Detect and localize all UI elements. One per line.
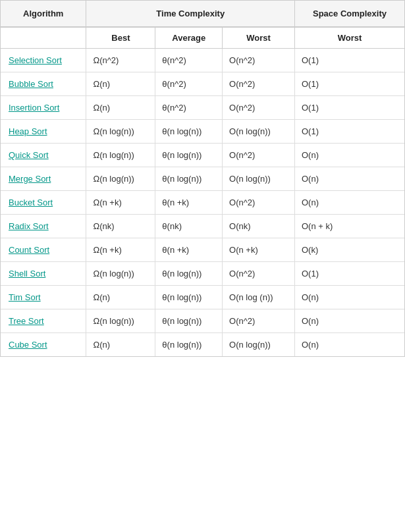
table-body: Selection SortΩ(n^2)θ(n^2)O(n^2)O(1)Bubb… — [1, 49, 404, 357]
algorithm-link[interactable]: Insertion Sort — [9, 103, 59, 113]
worst-complexity: O(n log(n)) — [223, 120, 295, 144]
algorithm-link[interactable]: Selection Sort — [9, 55, 62, 65]
best-header: Best — [86, 27, 155, 49]
sub-header-row: Best Average Worst Worst — [1, 27, 404, 49]
space-worst-complexity: O(n + k) — [294, 215, 404, 238]
table-row: Merge SortΩ(n log(n))θ(n log(n))O(n log(… — [1, 167, 404, 191]
main-container: Algorithm Time Complexity Space Complexi… — [0, 0, 405, 357]
algorithm-link[interactable]: Cube Sort — [9, 340, 47, 350]
worst-complexity: O(n log(n)) — [223, 167, 295, 191]
worst-complexity: O(n^2) — [223, 144, 295, 167]
algorithm-name: Tree Sort — [1, 309, 86, 333]
algorithm-link[interactable]: Tim Sort — [9, 292, 41, 302]
average-complexity: θ(n log(n)) — [155, 120, 223, 144]
table-row: Bucket SortΩ(n +k)θ(n +k)O(n^2)O(n) — [1, 191, 404, 215]
algorithm-name: Quick Sort — [1, 144, 86, 167]
best-complexity: Ω(n log(n)) — [86, 167, 155, 191]
best-complexity: Ω(n +k) — [86, 238, 155, 262]
algorithm-link[interactable]: Shell Sort — [9, 269, 45, 279]
best-complexity: Ω(n^2) — [86, 49, 155, 72]
best-complexity: Ω(n) — [86, 286, 155, 309]
algorithm-name: Merge Sort — [1, 167, 86, 191]
algorithm-name: Bubble Sort — [1, 72, 86, 96]
space-worst-complexity: O(n) — [294, 191, 404, 215]
algorithm-name: Count Sort — [1, 238, 86, 262]
best-complexity: Ω(nk) — [86, 215, 155, 238]
best-complexity: Ω(n log(n)) — [86, 144, 155, 167]
table-row: Heap SortΩ(n log(n))θ(n log(n))O(n log(n… — [1, 120, 404, 144]
worst-complexity: O(n log(n)) — [223, 333, 295, 357]
average-complexity: θ(n log(n)) — [155, 286, 223, 309]
average-header: Average — [155, 27, 223, 49]
best-complexity: Ω(n log(n)) — [86, 262, 155, 286]
worst-complexity: O(n^2) — [223, 72, 295, 96]
header-row: Algorithm Time Complexity Space Complexi… — [1, 1, 404, 27]
table-row: Bubble SortΩ(n)θ(n^2)O(n^2)O(1) — [1, 72, 404, 96]
worst-header: Worst — [223, 27, 295, 49]
space-complexity-header: Space Complexity — [294, 1, 404, 27]
space-worst-complexity: O(n) — [294, 144, 404, 167]
algorithm-name: Bucket Sort — [1, 191, 86, 215]
algorithm-link[interactable]: Radix Sort — [9, 221, 49, 231]
space-worst-complexity: O(n) — [294, 167, 404, 191]
time-complexity-header: Time Complexity — [86, 1, 295, 27]
table-row: Shell SortΩ(n log(n))θ(n log(n))O(n^2)O(… — [1, 262, 404, 286]
worst-complexity: O(n log (n)) — [223, 286, 295, 309]
algorithm-link[interactable]: Quick Sort — [9, 150, 49, 160]
worst-complexity: O(n^2) — [223, 309, 295, 333]
space-worst-complexity: O(1) — [294, 120, 404, 144]
algorithm-link[interactable]: Merge Sort — [9, 174, 51, 184]
table-row: Tim SortΩ(n)θ(n log(n))O(n log (n))O(n) — [1, 286, 404, 309]
worst-complexity: O(n^2) — [223, 49, 295, 72]
table-row: Tree SortΩ(n log(n))θ(n log(n))O(n^2)O(n… — [1, 309, 404, 333]
algorithm-link[interactable]: Tree Sort — [9, 316, 44, 326]
algorithm-name: Tim Sort — [1, 286, 86, 309]
table-row: Quick SortΩ(n log(n))θ(n log(n))O(n^2)O(… — [1, 144, 404, 167]
space-worst-complexity: O(1) — [294, 262, 404, 286]
algorithm-link[interactable]: Heap Sort — [9, 126, 47, 136]
best-complexity: Ω(n) — [86, 333, 155, 357]
space-worst-complexity: O(1) — [294, 96, 404, 120]
average-complexity: θ(n^2) — [155, 49, 223, 72]
average-complexity: θ(nk) — [155, 215, 223, 238]
algorithm-name: Selection Sort — [1, 49, 86, 72]
algorithm-link[interactable]: Bucket Sort — [9, 198, 53, 207]
table-row: Radix SortΩ(nk)θ(nk)O(nk)O(n + k) — [1, 215, 404, 238]
best-complexity: Ω(n) — [86, 96, 155, 120]
table-row: Selection SortΩ(n^2)θ(n^2)O(n^2)O(1) — [1, 49, 404, 72]
space-worst-complexity: O(1) — [294, 49, 404, 72]
algorithm-name: Heap Sort — [1, 120, 86, 144]
algorithm-name: Radix Sort — [1, 215, 86, 238]
table-row: Insertion SortΩ(n)θ(n^2)O(n^2)O(1) — [1, 96, 404, 120]
best-complexity: Ω(n log(n)) — [86, 120, 155, 144]
space-worst-complexity: O(n) — [294, 286, 404, 309]
algorithm-link[interactable]: Bubble Sort — [9, 79, 53, 89]
space-worst-complexity: O(n) — [294, 333, 404, 357]
algorithm-name: Insertion Sort — [1, 96, 86, 120]
table-row: Cube SortΩ(n)θ(n log(n))O(n log(n))O(n) — [1, 333, 404, 357]
worst-complexity: O(n^2) — [223, 262, 295, 286]
algorithm-name: Cube Sort — [1, 333, 86, 357]
best-complexity: Ω(n) — [86, 72, 155, 96]
worst-complexity: O(n^2) — [223, 96, 295, 120]
best-complexity: Ω(n +k) — [86, 191, 155, 215]
space-worst-header: Worst — [294, 27, 404, 49]
average-complexity: θ(n log(n)) — [155, 262, 223, 286]
average-complexity: θ(n log(n)) — [155, 333, 223, 357]
worst-complexity: O(nk) — [223, 215, 295, 238]
average-complexity: θ(n^2) — [155, 96, 223, 120]
best-complexity: Ω(n log(n)) — [86, 309, 155, 333]
average-complexity: θ(n log(n)) — [155, 309, 223, 333]
space-worst-complexity: O(n) — [294, 309, 404, 333]
space-worst-complexity: O(1) — [294, 72, 404, 96]
complexity-table: Algorithm Time Complexity Space Complexi… — [1, 1, 404, 356]
worst-complexity: O(n^2) — [223, 191, 295, 215]
table-row: Count SortΩ(n +k)θ(n +k)O(n +k)O(k) — [1, 238, 404, 262]
space-worst-complexity: O(k) — [294, 238, 404, 262]
worst-complexity: O(n +k) — [223, 238, 295, 262]
average-complexity: θ(n log(n)) — [155, 144, 223, 167]
average-complexity: θ(n +k) — [155, 191, 223, 215]
algorithm-link[interactable]: Count Sort — [9, 245, 49, 255]
average-complexity: θ(n +k) — [155, 238, 223, 262]
average-complexity: θ(n log(n)) — [155, 167, 223, 191]
